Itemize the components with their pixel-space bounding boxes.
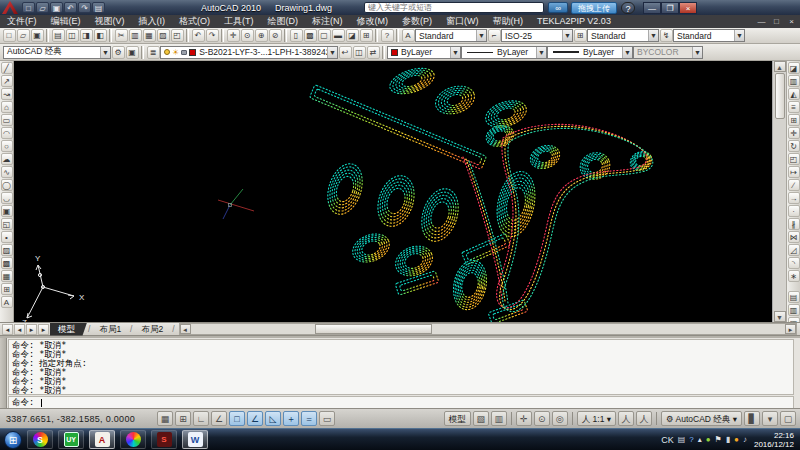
ellipse-arc-icon[interactable]: ◡ — [1, 192, 13, 204]
match-properties-icon[interactable]: ▨ — [157, 29, 170, 42]
layer-previous-icon[interactable]: ↩ — [339, 46, 352, 59]
taskbar-app-s-suite[interactable]: S — [27, 430, 53, 449]
chevron-down-icon[interactable]: ▼ — [476, 30, 486, 41]
search-input[interactable] — [364, 2, 544, 13]
chevron-down-icon[interactable]: ▼ — [327, 47, 337, 58]
scroll-up-icon[interactable]: ▲ — [774, 61, 786, 72]
doc-close-button[interactable]: × — [785, 17, 798, 26]
text-style-combo[interactable]: Standard ▼ — [415, 29, 487, 42]
autoscale-icon[interactable]: 人 — [636, 411, 652, 426]
steering-wheel-icon[interactable]: ◎ — [552, 411, 568, 426]
polygon-icon[interactable]: ⌂ — [1, 101, 13, 113]
taskbar-app-word[interactable]: W — [182, 430, 208, 449]
gradient-icon[interactable]: ▩ — [1, 257, 13, 269]
save-icon[interactable]: ▣ — [31, 29, 44, 42]
annotation-scale-button[interactable]: 人 1:1 ▾ — [577, 411, 616, 426]
hatch-icon[interactable]: ▨ — [1, 244, 13, 256]
construction-line-icon[interactable]: ↗ — [1, 75, 13, 87]
language-indicator[interactable]: CK — [661, 435, 674, 445]
tab-layout2[interactable]: 布局2 — [133, 323, 171, 336]
chamfer-icon[interactable]: ◿ — [788, 244, 800, 256]
tray-alert-dot-icon[interactable]: ● — [734, 435, 739, 444]
menu-item-format[interactable]: 格式(O) — [172, 15, 217, 28]
vertical-scrollbar[interactable]: ▲ ▼ — [772, 61, 786, 322]
redo-icon[interactable]: ↷ — [78, 2, 91, 13]
start-button[interactable]: ⊞ — [4, 431, 22, 449]
zoom-icon[interactable]: ⊙ — [534, 411, 550, 426]
status-toggle-grid[interactable]: ⊞ — [175, 411, 191, 426]
tab-nav-2[interactable]: ► — [26, 324, 37, 335]
tab-nav-1[interactable]: ◄ — [14, 324, 25, 335]
open-icon[interactable]: ▱ — [36, 2, 49, 13]
layer-manager-icon[interactable]: ≣ — [147, 46, 160, 59]
tray-help-bubble-icon[interactable]: ? — [689, 435, 693, 444]
lineweight-combo[interactable]: ByLayer ▼ — [547, 46, 633, 59]
vertical-scroll-thumb[interactable] — [775, 73, 785, 119]
menu-item-window[interactable]: 窗口(W) — [439, 15, 486, 28]
insert-block-icon[interactable]: ▣ — [1, 205, 13, 217]
plot-preview-icon[interactable]: ◫ — [66, 29, 79, 42]
tray-arrow-up-icon[interactable]: ▴ — [698, 435, 702, 444]
make-block-icon[interactable]: ◱ — [1, 218, 13, 230]
properties-icon[interactable]: ▯ — [290, 29, 303, 42]
undo-icon[interactable]: ↶ — [192, 29, 205, 42]
help-icon[interactable]: ? — [381, 29, 394, 42]
chevron-down-icon[interactable]: ▼ — [100, 47, 110, 58]
chevron-down-icon[interactable]: ▼ — [648, 30, 658, 41]
horizontal-scroll-thumb[interactable] — [315, 324, 432, 334]
taskbar-app-color-wheel[interactable] — [120, 430, 146, 449]
erase-icon[interactable]: ◪ — [788, 62, 800, 74]
menu-item-dimension[interactable]: 标注(N) — [305, 15, 350, 28]
rotate-icon[interactable]: ↻ — [788, 140, 800, 152]
communication-center-icon[interactable]: ∞ — [548, 2, 568, 13]
close-button[interactable]: × — [679, 2, 697, 14]
tab-nav-0[interactable]: ◄ — [2, 324, 13, 335]
tray-action-flag-icon[interactable]: ⚑ — [715, 435, 722, 444]
trim-icon[interactable]: ∕ — [788, 179, 800, 191]
taskbar-app-tekla[interactable]: S — [151, 430, 177, 449]
mleader-style-combo[interactable]: Standard ▼ — [673, 29, 745, 42]
circle-icon[interactable]: ○ — [1, 140, 13, 152]
annotation-visibility-icon[interactable]: 人 — [618, 411, 634, 426]
horizontal-scrollbar[interactable]: ◄ ► — [179, 323, 797, 335]
menu-item-insert[interactable]: 插入(I) — [132, 15, 173, 28]
status-toggle-polar[interactable]: ∠ — [211, 411, 227, 426]
copy-icon[interactable]: ▥ — [788, 75, 800, 87]
taskbar-clock[interactable]: 22:16 2016/12/12 — [754, 431, 794, 449]
publish-icon[interactable]: ◨ — [80, 29, 93, 42]
linetype-combo[interactable]: ByLayer ▼ — [461, 46, 547, 59]
status-toggle-snap[interactable]: ▦ — [157, 411, 173, 426]
open-icon[interactable]: ▱ — [17, 29, 30, 42]
command-window-grip[interactable] — [0, 338, 7, 410]
chevron-down-icon[interactable]: ▼ — [450, 47, 460, 58]
sheet-set-icon[interactable]: ▬ — [332, 29, 345, 42]
plot-icon[interactable]: ▤ — [92, 2, 105, 13]
menu-item-file[interactable]: 文件(F) — [0, 15, 44, 28]
region-icon[interactable]: ▦ — [1, 270, 13, 282]
array-icon[interactable]: ⊞ — [788, 114, 800, 126]
3d-dwf-icon[interactable]: ◧ — [94, 29, 107, 42]
redo-icon[interactable]: ↷ — [206, 29, 219, 42]
new-icon[interactable]: □ — [22, 2, 35, 13]
multiline-text-icon[interactable]: A — [1, 296, 13, 308]
extend-icon[interactable]: → — [788, 192, 800, 204]
new-icon[interactable]: □ — [3, 29, 16, 42]
line-icon[interactable]: ╱ — [1, 62, 13, 74]
rectangle-icon[interactable]: ▭ — [1, 114, 13, 126]
draw-order-front-icon[interactable]: ▤ — [788, 291, 800, 303]
chevron-down-icon[interactable]: ▼ — [536, 47, 546, 58]
workspace-combo[interactable]: AutoCAD 经典 ▼ — [3, 46, 111, 59]
markup-icon[interactable]: ◪ — [346, 29, 359, 42]
polyline-icon[interactable]: ↝ — [1, 88, 13, 100]
chevron-down-icon[interactable]: ▼ — [622, 47, 632, 58]
status-toggle-ortho[interactable]: ∟ — [193, 411, 209, 426]
color-combo[interactable]: ByLayer ▼ — [387, 46, 461, 59]
tray-battery-icon[interactable]: ▮ — [726, 435, 730, 444]
restore-button[interactable]: ❐ — [661, 2, 679, 14]
paste-icon[interactable]: ▦ — [143, 29, 156, 42]
layer-combo[interactable]: ☀ S-B2021-LYF-3-...1-LPH-1-389242 ▼ — [160, 46, 338, 59]
drawing-canvas[interactable]: YXZ — [14, 61, 772, 322]
scroll-down-icon[interactable]: ▼ — [774, 311, 786, 322]
point-icon[interactable]: • — [1, 231, 13, 243]
mleader-style-icon[interactable]: ↯ — [660, 29, 673, 42]
